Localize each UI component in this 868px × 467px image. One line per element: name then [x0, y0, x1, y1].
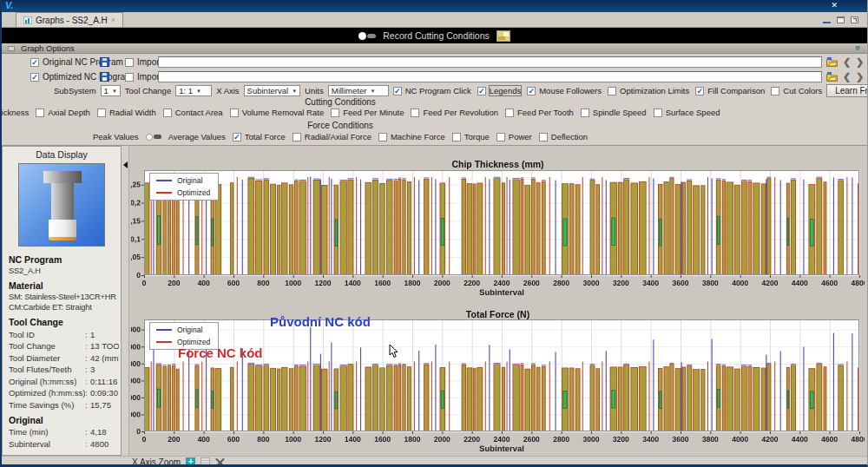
- panel-splitter[interactable]: [122, 146, 129, 456]
- data-display-body: NC Program SS2_A.H Material SM: Stainles…: [3, 249, 122, 451]
- window-titlebar: V. ✕: [2, 0, 867, 12]
- material-header: Material: [9, 280, 119, 291]
- row-label: Time Savings (%): [9, 400, 85, 410]
- display-option-checkboxes: ✓NC Program Click✓Legends✓Mouse Follower…: [393, 86, 822, 95]
- row-value: 0:11:16: [90, 377, 119, 386]
- import-2-path-field[interactable]: [158, 71, 822, 82]
- prev-arrow-button[interactable]: ❮: [843, 71, 851, 82]
- checkbox-chip-thickness[interactable]: ✓Chip Thickness: [0, 108, 29, 117]
- save-icon[interactable]: [100, 57, 109, 67]
- tool-change-label: Tool Change: [125, 86, 171, 95]
- toggle-pill-icon: [367, 34, 376, 38]
- checkbox-box: ✓: [233, 133, 241, 141]
- checkbox-axial-depth[interactable]: Axial Depth: [36, 108, 90, 117]
- collapse-panel-icon[interactable]: »: [852, 45, 863, 50]
- open-folder-icon[interactable]: [826, 72, 838, 82]
- legend-item-optimized: Optimized: [156, 188, 210, 197]
- annotation-p-vodn-nc-k-d: Původní NC kód: [270, 314, 371, 329]
- checkbox-radial-axial-force[interactable]: Radial/Axial Force: [293, 132, 372, 141]
- checkbox-power[interactable]: Power: [496, 132, 532, 141]
- tool-ring-shape: [49, 237, 76, 240]
- tool-change-select[interactable]: 1: 1▼: [175, 85, 212, 96]
- legend-item-original: Original: [156, 176, 210, 185]
- window-close-button[interactable]: ✕: [831, 0, 838, 11]
- tab-graphs[interactable]: Graphs - SS2_A.H ×: [16, 12, 123, 27]
- checkbox-label: Cut Colors: [783, 86, 822, 95]
- checkbox-feed-per-revolution[interactable]: Feed Per Revolution: [411, 108, 498, 117]
- next-arrow-button[interactable]: ❯: [856, 71, 864, 82]
- total-force-plot[interactable]: [131, 309, 865, 453]
- row-label: Tool ID: [9, 330, 85, 339]
- checkbox-deflection[interactable]: Deflection: [539, 132, 588, 141]
- checkbox-torque[interactable]: Torque: [452, 132, 490, 141]
- checkbox-surface-speed[interactable]: Surface Speed: [654, 108, 720, 117]
- main-area: Data Display NC Program SS2_A.H Material…: [2, 146, 867, 456]
- checkbox-label: Axial Depth: [48, 108, 90, 117]
- record-toggle[interactable]: [358, 32, 376, 40]
- force-condition-checkboxes: ✓Total ForceRadial/Axial ForceMachine Fo…: [233, 132, 588, 141]
- checkbox-legends[interactable]: ✓Legends: [477, 86, 521, 95]
- x-axis-select[interactable]: Subinterval▼: [244, 85, 300, 96]
- toggle-knob-icon: [146, 134, 153, 141]
- checkbox-mouse-followers[interactable]: ✓Mouse Followers: [527, 86, 602, 95]
- units-select[interactable]: Millimeter▼: [328, 85, 389, 96]
- checkbox-optimized-nc-program[interactable]: ✓Optimized NC Program: [30, 72, 132, 82]
- checkbox-radial-width[interactable]: Radial Width: [97, 108, 156, 117]
- grid-view-icon[interactable]: [201, 457, 210, 467]
- checkbox-machine-force[interactable]: Machine Force: [378, 132, 445, 141]
- checkbox-label: Volume Removal Rate: [242, 108, 325, 117]
- prev-arrow-button[interactable]: ❮: [843, 56, 851, 68]
- checkbox-total-force[interactable]: ✓Total Force: [233, 132, 286, 141]
- import-1-path-field[interactable]: [158, 56, 822, 68]
- restore-icon[interactable]: [837, 16, 845, 23]
- zoom-in-button[interactable]: +: [186, 457, 195, 467]
- peak-average-toggle[interactable]: [146, 134, 161, 141]
- data-display-panel: Data Display NC Program SS2_A.H Material…: [2, 146, 122, 456]
- checkbox-nc-program-click[interactable]: ✓NC Program Click: [393, 86, 471, 95]
- data-row-subinterval: Subinterval:4800: [9, 439, 119, 449]
- popout-icon[interactable]: [851, 16, 858, 23]
- vericut-logo-icon: V.: [5, 0, 13, 11]
- checkbox-box: [608, 87, 616, 95]
- checkbox-label: Power: [509, 132, 532, 141]
- checkbox-box: [97, 109, 106, 117]
- reset-zoom-icon[interactable]: [215, 457, 225, 467]
- force-conditions-row: Peak Values Average Values ✓Total ForceR…: [2, 132, 679, 141]
- checkbox-cut-colors[interactable]: Cut Colors: [771, 86, 822, 95]
- x-axis-zoom-label: X Axis Zoom: [132, 457, 181, 467]
- checkbox-spindle-speed[interactable]: Spindle Speed: [581, 108, 647, 117]
- optimized-program-row: ✓Optimized NC Program Import 2 ❮ ❯: [2, 70, 867, 83]
- tool-change-header: Tool Change: [9, 317, 119, 327]
- checkbox-box: [36, 109, 44, 117]
- chip-thickness-plot[interactable]: [131, 159, 865, 300]
- cutting-conditions-row: ✓Chip ThicknessAxial DepthRadial WidthCo…: [2, 108, 679, 117]
- row-value: 42 (mm): [90, 353, 119, 363]
- data-row-optimized-h-mm-ss: Optimized (h:mm:ss):0:09:30: [9, 388, 119, 398]
- checkbox-label: Contact Area: [175, 108, 223, 117]
- next-arrow-button[interactable]: ❯: [856, 56, 864, 68]
- checkbox-fill-comparison[interactable]: ✓Fill Comparison: [695, 86, 765, 95]
- tool-change-value: 1: 1: [179, 86, 193, 95]
- checkbox-contact-area[interactable]: Contact Area: [163, 108, 223, 117]
- open-folder-icon[interactable]: [826, 57, 838, 67]
- legend-label: Optimized: [177, 188, 210, 197]
- tab-close-icon[interactable]: ×: [111, 16, 115, 24]
- checkbox-feed-per-tooth[interactable]: Feed Per Tooth: [505, 108, 574, 117]
- checkbox-box: [125, 73, 134, 82]
- checkbox-label: Optimization Limits: [620, 86, 689, 95]
- checkbox-feed-per-minute[interactable]: Feed Per Minute: [331, 108, 404, 117]
- checkbox-box: [378, 133, 387, 141]
- save-icon[interactable]: [100, 72, 109, 82]
- learn-from-results-button[interactable]: Learn From Results: [826, 84, 868, 97]
- subsystem-select[interactable]: 1▼: [101, 85, 121, 96]
- checkbox-box: [505, 109, 514, 117]
- minimize-icon[interactable]: [823, 16, 831, 23]
- checkbox-box: [411, 109, 419, 117]
- window-controls: [823, 12, 858, 27]
- legend-swatch: [156, 341, 172, 343]
- checkbox-optimization-limits[interactable]: Optimization Limits: [608, 86, 689, 95]
- original-program-row: ✓Original NC Program Import 1 ❮ ❯: [2, 56, 867, 69]
- checkbox-volume-removal-rate[interactable]: Volume Removal Rate: [230, 108, 325, 117]
- tool-preview-image: [18, 163, 105, 247]
- snapshot-icon[interactable]: [496, 30, 510, 42]
